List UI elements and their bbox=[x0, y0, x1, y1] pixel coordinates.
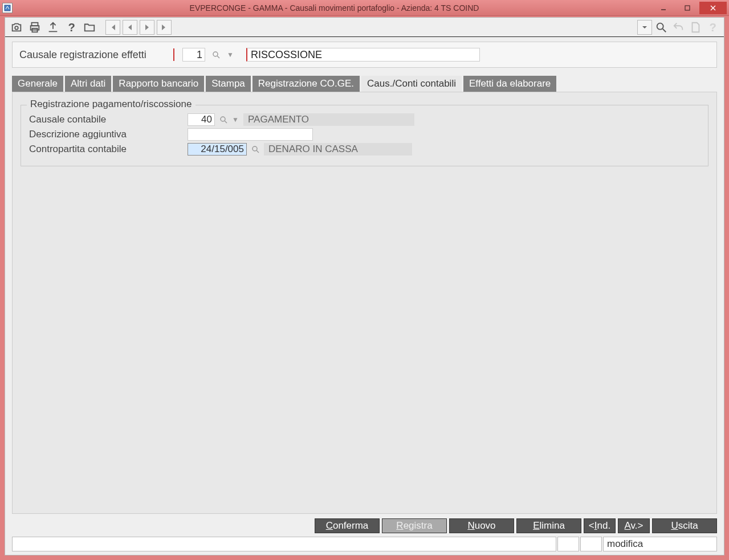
prev-icon[interactable] bbox=[123, 20, 137, 35]
causale-contabile-label: Causale contabile bbox=[29, 114, 184, 125]
causale-code-input[interactable] bbox=[182, 48, 205, 62]
action-row: Conferma Registra Nuovo Elimina <Ind. Av… bbox=[12, 518, 717, 533]
causale-desc-input[interactable] bbox=[246, 48, 480, 62]
row-causale-contabile: Causale contabile ▼ PAGAMENTO bbox=[29, 112, 700, 127]
ind-button[interactable]: <Ind. bbox=[584, 518, 616, 533]
svg-point-15 bbox=[221, 117, 225, 121]
svg-point-17 bbox=[252, 146, 257, 151]
svg-line-18 bbox=[256, 150, 259, 153]
document-icon[interactable] bbox=[687, 19, 703, 35]
titlebar: EVPERCONGE - GAMMA - Causali movimenti p… bbox=[0, 0, 729, 16]
tab-bar: Generale Altri dati Rapporto bancario St… bbox=[12, 76, 717, 92]
svg-line-14 bbox=[217, 56, 219, 58]
chevron-down-icon[interactable]: ▼ bbox=[232, 116, 240, 124]
nuovo-button[interactable]: Nuovo bbox=[449, 518, 514, 533]
upload-icon[interactable] bbox=[45, 19, 61, 35]
tab-generale[interactable]: Generale bbox=[12, 76, 63, 92]
causale-contabile-code[interactable] bbox=[188, 113, 215, 126]
tab-caus-conti-contabili[interactable]: Caus./Conti contabili bbox=[361, 76, 462, 92]
status-mode: modifica bbox=[603, 537, 717, 551]
tab-effetti-da-elaborare[interactable]: Effetti da elaborare bbox=[463, 76, 556, 92]
separator bbox=[173, 48, 174, 61]
maximize-button[interactable] bbox=[675, 2, 699, 14]
footer: Conferma Registra Nuovo Elimina <Ind. Av… bbox=[5, 518, 724, 555]
descrizione-aggiuntiva-input[interactable] bbox=[188, 128, 313, 141]
descrizione-aggiuntiva-label: Descrizione aggiuntiva bbox=[29, 129, 184, 140]
search-icon[interactable] bbox=[653, 19, 669, 35]
svg-point-10 bbox=[657, 23, 663, 29]
tab-altri-dati[interactable]: Altri dati bbox=[65, 76, 111, 92]
toolbar: ? ? bbox=[5, 18, 724, 37]
elimina-button[interactable]: Elimina bbox=[516, 518, 581, 533]
tab-rapporto-bancario[interactable]: Rapporto bancario bbox=[113, 76, 204, 92]
contropartita-code[interactable] bbox=[188, 143, 247, 156]
close-button[interactable] bbox=[699, 2, 727, 14]
print-icon[interactable] bbox=[27, 19, 43, 35]
row-descrizione-aggiuntiva: Descrizione aggiuntiva bbox=[29, 127, 700, 142]
svg-rect-2 bbox=[685, 6, 690, 10]
row-contropartita-contabile: Contropartita contabile DENARO IN CASSA bbox=[29, 142, 700, 157]
tab-registrazione-coge[interactable]: Registrazione CO.GE. bbox=[252, 76, 360, 92]
dropdown-toggle-icon[interactable] bbox=[637, 20, 652, 35]
svg-text:?: ? bbox=[710, 21, 716, 34]
av-button[interactable]: Av.> bbox=[618, 518, 650, 533]
uscita-button[interactable]: Uscita bbox=[652, 518, 717, 533]
causale-reg-label: Causale registrazione effetti bbox=[19, 49, 168, 61]
first-icon[interactable] bbox=[105, 20, 120, 35]
help-icon[interactable]: ? bbox=[63, 19, 79, 35]
undo-icon[interactable] bbox=[670, 19, 686, 35]
status-small1 bbox=[557, 537, 579, 551]
conferma-button[interactable]: Conferma bbox=[315, 518, 380, 533]
chevron-down-icon[interactable]: ▼ bbox=[227, 51, 235, 59]
status-main bbox=[12, 537, 556, 551]
fieldset-legend: Registrazione pagamento/riscossione bbox=[27, 99, 196, 110]
camera-icon[interactable] bbox=[9, 19, 25, 35]
status-small2 bbox=[580, 537, 602, 551]
svg-line-11 bbox=[663, 28, 666, 32]
content-area: Causale registrazione effetti ▼ Generale… bbox=[5, 37, 724, 518]
app-icon bbox=[2, 3, 13, 13]
status-row: modifica bbox=[12, 537, 717, 551]
folder-icon[interactable] bbox=[82, 19, 97, 35]
lookup-icon[interactable] bbox=[218, 115, 229, 125]
svg-point-5 bbox=[15, 26, 18, 30]
window-title: EVPERCONGE - GAMMA - Causali movimenti p… bbox=[17, 3, 651, 13]
fieldset-registrazione: Registrazione pagamento/riscossione Caus… bbox=[21, 105, 708, 166]
lookup-icon[interactable] bbox=[211, 50, 221, 60]
header-row: Causale registrazione effetti ▼ bbox=[12, 42, 717, 68]
contropartita-desc: DENARO IN CASSA bbox=[264, 143, 412, 156]
lookup-icon[interactable] bbox=[250, 144, 260, 154]
tab-panel: Registrazione pagamento/riscossione Caus… bbox=[12, 92, 717, 514]
svg-text:?: ? bbox=[68, 21, 75, 34]
last-icon[interactable] bbox=[157, 20, 172, 35]
window-controls bbox=[651, 2, 727, 14]
contropartita-label: Contropartita contabile bbox=[29, 144, 184, 155]
minimize-button[interactable] bbox=[651, 2, 675, 14]
registra-button: Registra bbox=[382, 518, 447, 533]
svg-point-13 bbox=[213, 52, 218, 56]
causale-contabile-desc: PAGAMENTO bbox=[243, 113, 414, 126]
tab-stampa[interactable]: Stampa bbox=[206, 76, 251, 92]
app-frame: ? ? Causale registrazione effetti ▼ Gene… bbox=[5, 17, 724, 555]
help2-icon[interactable]: ? bbox=[704, 19, 720, 35]
next-icon[interactable] bbox=[140, 20, 154, 35]
svg-line-16 bbox=[225, 121, 227, 123]
